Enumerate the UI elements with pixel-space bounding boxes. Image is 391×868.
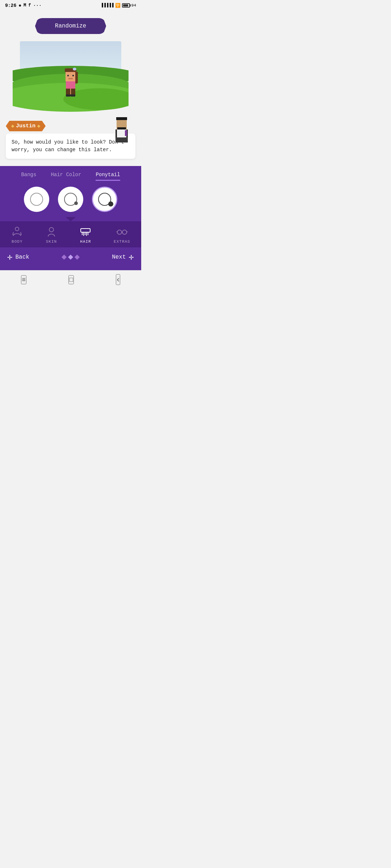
signal-icon: ▐▐▐▐▐ <box>101 3 114 8</box>
speaker-badge: Justin <box>6 121 46 131</box>
skin-icon <box>45 226 58 238</box>
category-body[interactable]: BODY <box>11 226 23 244</box>
whatsapp-icon: ● <box>18 3 21 8</box>
customization-panel: Bangs Hair Color Ponytail <box>0 166 141 270</box>
ponytail-dot-large <box>108 201 113 207</box>
next-label: Next <box>112 254 126 260</box>
system-bar: ≡ □ ‹ <box>0 270 141 288</box>
home-button[interactable]: □ <box>68 275 74 284</box>
options-row <box>0 187 141 216</box>
option-small-ponytail[interactable] <box>58 187 83 212</box>
randomize-button[interactable]: Randomize <box>35 18 106 34</box>
tabs-row: Bangs Hair Color Ponytail <box>0 172 141 181</box>
next-button[interactable]: Next ✛ <box>112 252 134 262</box>
svg-point-10 <box>117 230 122 234</box>
status-indicators: ▐▐▐▐▐ 🛜 94 <box>101 3 136 8</box>
progress-dot-2 <box>68 254 73 259</box>
npc-avatar <box>112 117 134 142</box>
badge-diamond-left <box>11 124 14 127</box>
tab-bangs[interactable]: Bangs <box>21 172 36 181</box>
category-hair[interactable]: HAIR <box>79 226 92 244</box>
category-extras[interactable]: EXTRAS <box>114 226 130 244</box>
progress-dot-3 <box>75 254 80 259</box>
svg-line-13 <box>117 231 117 232</box>
extras-glasses-icon <box>116 226 128 238</box>
body-icon <box>11 226 23 238</box>
gmail-icon: M <box>24 3 26 8</box>
time-display: 9:26 <box>5 3 16 8</box>
wifi-icon: 🛜 <box>115 3 121 8</box>
tab-ponytail[interactable]: Ponytail <box>96 172 120 181</box>
hair-style-small-icon <box>64 193 77 206</box>
battery-icon <box>122 3 130 8</box>
speaker-name: Justin <box>16 123 35 129</box>
skin-label: SKIN <box>46 239 57 244</box>
body-label: BODY <box>12 239 22 244</box>
tab-hair-color[interactable]: Hair Color <box>51 172 81 181</box>
svg-point-11 <box>122 230 127 234</box>
back-button[interactable]: ✛ Back <box>7 252 29 262</box>
back-label: Back <box>15 254 29 260</box>
back-system-button[interactable]: ‹ <box>116 274 120 285</box>
character-scene <box>13 41 129 117</box>
svg-rect-4 <box>81 229 90 232</box>
panel-divider <box>0 217 141 221</box>
svg-point-0 <box>15 227 19 231</box>
hair-style-none-icon <box>30 193 43 206</box>
option-large-ponytail[interactable] <box>92 187 117 212</box>
progress-dot-1 <box>62 254 67 259</box>
badge-diamond-right <box>37 124 40 127</box>
extras-label: EXTRAS <box>114 239 130 244</box>
status-bar: 9:26 ● M f ··· ▐▐▐▐▐ 🛜 94 <box>0 0 141 11</box>
svg-point-3 <box>49 227 54 232</box>
back-cross-icon: ✛ <box>7 252 12 262</box>
hair-label: HAIR <box>80 239 91 244</box>
svg-line-1 <box>13 232 13 235</box>
ponytail-dot <box>74 201 78 205</box>
chat-section: Justin So, how would you like to look? D… <box>0 117 141 162</box>
hair-comb-icon <box>79 226 92 238</box>
more-icon: ··· <box>33 3 41 8</box>
option-none[interactable] <box>24 187 49 212</box>
battery-percent: 94 <box>131 3 136 8</box>
facebook-icon: f <box>28 3 31 8</box>
action-bar: ✛ Back Next ✛ <box>0 247 141 267</box>
svg-line-14 <box>127 231 127 232</box>
main-content: Randomize <box>0 11 141 166</box>
hair-style-large-icon <box>98 193 111 206</box>
player-character <box>60 68 81 97</box>
menu-button[interactable]: ≡ <box>21 275 26 284</box>
status-time: 9:26 ● M f ··· <box>5 3 42 8</box>
next-cross-icon: ✛ <box>129 252 134 262</box>
category-nav: BODY SKIN <box>0 221 141 247</box>
dialog-text: So, how would you like to look? Don't wo… <box>12 139 124 153</box>
svg-line-2 <box>21 232 21 235</box>
category-skin[interactable]: SKIN <box>45 226 58 244</box>
progress-dots <box>62 255 79 259</box>
